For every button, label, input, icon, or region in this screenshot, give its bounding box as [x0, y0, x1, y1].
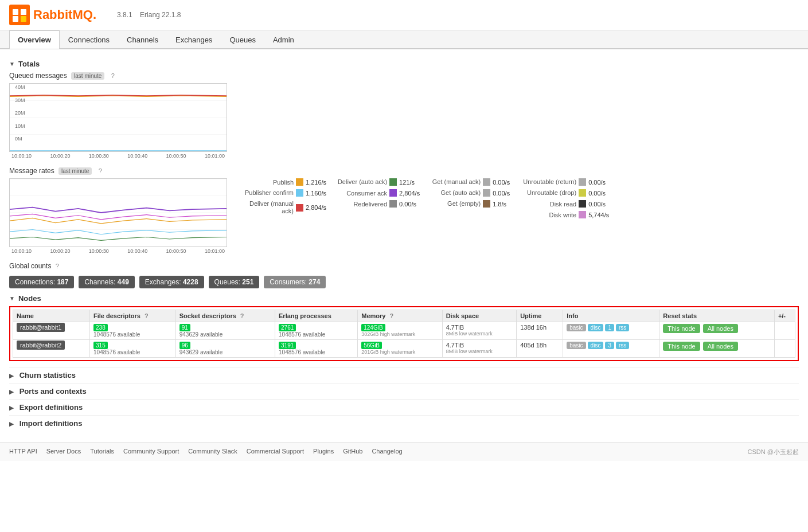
- rate-unroutable-return-color: [579, 178, 586, 186]
- node2-uptime-cell: 405d 18h: [517, 340, 563, 358]
- footer-plugins[interactable]: Plugins: [313, 448, 334, 456]
- rate-unroutable-return-value: 0.00/s: [588, 179, 606, 186]
- rate-deliver-auto: Deliver (auto ack) 121/s: [335, 178, 420, 186]
- churn-arrow: ▶: [9, 373, 14, 379]
- churn-statistics-section[interactable]: ▶ Churn statistics: [9, 367, 799, 383]
- nodes-table-wrapper: Name File descriptors ? Socket descripto…: [9, 306, 799, 361]
- node1-disk-cell: 4.7TiB 8MiB low watermark: [442, 322, 516, 340]
- count-connections[interactable]: Connections: 187: [9, 276, 74, 288]
- rates-label-row: Message rates last minute ?: [9, 167, 799, 175]
- totals-section-header[interactable]: ▼ Totals: [9, 60, 799, 68]
- nodes-arrow: ▼: [9, 295, 15, 302]
- rate-get-empty: Get (empty) 1.8/s: [429, 200, 510, 208]
- nodes-table: Name File descriptors ? Socket descripto…: [13, 310, 795, 358]
- global-counts-section: Global counts ? Connections: 187 Channel…: [9, 262, 799, 288]
- rate-publish-color: [296, 178, 303, 186]
- rate-unroutable-drop: Unroutable (drop) 0.00/s: [519, 189, 609, 197]
- node1-reset-this[interactable]: This node: [663, 324, 700, 333]
- col-erlang-proc: Erlang processes: [275, 310, 358, 322]
- queued-help[interactable]: ?: [111, 72, 115, 79]
- node1-file-desc-avail: 1048576 available: [93, 331, 172, 338]
- header: RabbitMQ. 3.8.1 Erlang 22.1.8: [0, 0, 808, 30]
- node1-socket-desc-avail: 943629 available: [179, 331, 271, 338]
- export-definitions-section[interactable]: ▶ Export definitions: [9, 399, 799, 415]
- rate-disk-read-color: [579, 200, 586, 208]
- rate-pub-confirm-color: [296, 189, 303, 197]
- nav-admin[interactable]: Admin: [264, 30, 303, 49]
- node2-reset-all[interactable]: All nodes: [703, 342, 738, 351]
- collapsible-sections: ▶ Churn statistics ▶ Ports and contexts …: [9, 367, 799, 431]
- nav-channels[interactable]: Channels: [118, 30, 167, 49]
- ports-arrow: ▶: [9, 389, 14, 395]
- rates-x-labels: 10:00:10 10:00:20 10:00:30 10:00:40 10:0…: [9, 247, 227, 254]
- nav-exchanges[interactable]: Exchanges: [167, 30, 221, 49]
- node2-name-cell: rabbit@rabbit2: [13, 340, 90, 358]
- rates-col2: Deliver (auto ack) 121/s Consumer ack 2,…: [335, 178, 420, 208]
- col-socket-desc: Socket descriptors ?: [175, 310, 275, 322]
- node1-reset-all[interactable]: All nodes: [703, 324, 738, 333]
- footer-github[interactable]: GitHub: [343, 448, 362, 456]
- rate-disk-write-label: Disk write: [519, 212, 576, 218]
- rates-help[interactable]: ?: [99, 167, 102, 174]
- export-arrow: ▶: [9, 405, 14, 411]
- node1-name-cell: rabbit@rabbit1: [13, 322, 90, 340]
- rates-chart-container: 10:00:10 10:00:20 10:00:30 10:00:40 10:0…: [9, 178, 227, 254]
- node2-memory-cell: 56GiB 201GiB high watermark: [358, 340, 442, 358]
- rates-col1: Publish 1,216/s Publisher confirm 1,160/…: [242, 178, 326, 216]
- footer-community-slack[interactable]: Community Slack: [188, 448, 237, 456]
- import-label: Import definitions: [19, 419, 83, 428]
- node1-erlang-proc-cell: 2761 1048576 available: [275, 322, 358, 340]
- node1-plusminus-cell: [774, 322, 795, 340]
- footer-tutorials[interactable]: Tutorials: [90, 448, 114, 456]
- node2-name: rabbit@rabbit2: [17, 341, 65, 350]
- rates-label: Message rates: [9, 167, 54, 175]
- main-content: ▼ Totals Queued messages last minute ?: [0, 49, 808, 437]
- queued-time-badge[interactable]: last minute: [71, 72, 104, 80]
- node1-erlang-proc-avail: 1048576 available: [279, 331, 354, 338]
- nodes-table-header: Name File descriptors ? Socket descripto…: [13, 310, 795, 322]
- footer-server-docs[interactable]: Server Docs: [46, 448, 81, 456]
- rate-get-auto-value: 0.00/s: [493, 190, 510, 197]
- queued-messages-label: Queued messages: [9, 72, 67, 80]
- footer-community-support[interactable]: Community Support: [123, 448, 179, 456]
- node1-info-tags: basic disc 1 rss: [567, 324, 655, 331]
- footer-changelog[interactable]: Changelog: [372, 448, 402, 456]
- nav-queues[interactable]: Queues: [221, 30, 264, 49]
- node2-disk-cell: 4.7TiB 8MiB low watermark: [442, 340, 516, 358]
- queued-messages-panel: Queued messages last minute ?: [9, 72, 799, 159]
- node2-reset-this[interactable]: This node: [663, 342, 700, 351]
- rate-get-auto: Get (auto ack) 0.00/s: [429, 189, 510, 197]
- rabbitmq-logo-icon: [9, 5, 30, 25]
- nodes-section-header[interactable]: ▼ Nodes: [9, 294, 799, 303]
- count-queues[interactable]: Queues: 251: [209, 276, 260, 288]
- global-counts-help[interactable]: ?: [56, 263, 59, 269]
- rate-get-manual: Get (manual ack) 0.00/s: [429, 178, 510, 186]
- col-memory: Memory ?: [358, 310, 442, 322]
- queued-chart-container: 10:00:10 10:00:20 10:00:30 10:00:40 10:0…: [9, 83, 227, 159]
- rate-get-manual-label: Get (manual ack): [429, 178, 481, 186]
- nav-connections[interactable]: Connections: [60, 30, 118, 49]
- node1-tag-basic: basic: [567, 324, 585, 331]
- rate-deliver-manual: Deliver (manual ack) 2,804/s: [242, 200, 326, 215]
- node1-socket-desc-cell: 91 943629 available: [175, 322, 275, 340]
- node2-reset-cell: This node All nodes: [659, 340, 775, 358]
- node2-info-tags: basic disc 3 rss: [567, 342, 655, 349]
- node1-tag-rss: rss: [616, 324, 629, 331]
- node1-memory-value: 124GiB: [361, 324, 385, 331]
- node2-file-desc-avail: 1048576 available: [93, 349, 172, 355]
- rate-deliver-auto-color: [389, 178, 397, 186]
- nav-overview[interactable]: Overview: [9, 30, 60, 49]
- footer-http-api[interactable]: HTTP API: [9, 448, 37, 456]
- svg-rect-0: [9, 5, 30, 25]
- node2-memory-value: 56GiB: [361, 342, 382, 349]
- count-exchanges[interactable]: Exchanges: 4228: [139, 276, 204, 288]
- col-plusminus: +/-: [774, 310, 795, 322]
- footer-commercial-support[interactable]: Commercial Support: [247, 448, 304, 456]
- rate-consumer-ack-color: [389, 189, 397, 197]
- rate-publish-label: Publish: [242, 179, 294, 186]
- count-consumers[interactable]: Consumers: 274: [264, 276, 326, 288]
- rates-time-badge[interactable]: last minute: [58, 167, 92, 175]
- ports-contexts-section[interactable]: ▶ Ports and contexts: [9, 383, 799, 399]
- count-channels[interactable]: Channels: 449: [79, 276, 134, 288]
- import-definitions-section[interactable]: ▶ Import definitions: [9, 415, 799, 431]
